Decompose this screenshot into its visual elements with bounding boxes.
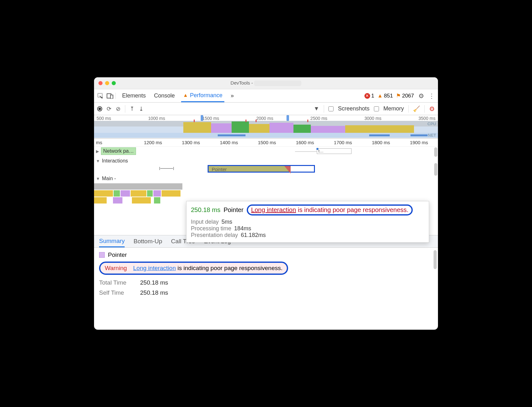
cpu-overview-band [94,121,438,133]
memory-checkbox[interactable] [374,106,379,111]
warning-label: Warning [105,265,127,272]
tooltip-warning-highlight: Long interaction is indicating poor page… [247,204,413,215]
tooltip-duration: 250.18 ms [191,206,220,214]
reload-button[interactable]: ⟳ [107,105,111,112]
overview-ruler: 500 ms1000 ms1500 ms2000 ms2500 ms3000 m… [94,115,438,121]
event-color-swatch [99,252,105,258]
upload-icon[interactable]: ⤒ [130,105,134,112]
summary-event-name: Pointer [108,251,127,258]
long-interaction-link[interactable]: Long interaction [133,265,176,271]
memory-label: Memory [383,105,404,112]
error-count[interactable]: ✕1 [364,93,374,99]
settings-gear-icon[interactable]: ⚙ [418,92,424,100]
issue-counts[interactable]: ✕1 ▲851 ⚑2067 [364,92,414,99]
devtools-window: DevTools - Elements Console ▲Performance… [94,77,438,330]
capture-settings-gear-icon[interactable]: ⚙ [429,105,435,113]
cpu-label: CPU [428,121,436,126]
total-time-value: 250.18 ms [140,279,433,286]
warning-text: is indicating poor page responsiveness. [178,265,283,271]
history-dropdown[interactable]: ▼ [314,105,319,112]
self-time-value: 250.18 ms [140,289,433,296]
issues-count[interactable]: ⚑2067 [396,92,414,99]
net-overview-band [94,133,438,138]
warning-count[interactable]: ▲851 [377,93,393,99]
interaction-tooltip: 250.18 ms Pointer Long interaction is in… [186,201,429,243]
main-track-label: Main - [102,176,116,181]
more-menu-icon[interactable]: ⋮ [429,92,435,100]
caret-down-icon: ▼ [96,176,100,181]
record-button[interactable] [97,106,102,111]
panel-tabstrip: Elements Console ▲Performance » ✕1 ▲851 … [94,89,438,103]
overview-handle-right[interactable] [287,115,289,121]
tab-console[interactable]: Console [152,89,177,102]
summary-warning-row: Warning Long interaction is indicating p… [99,262,288,275]
warning-icon: ▲ [377,93,383,99]
screenshots-checkbox[interactable] [328,106,334,111]
download-icon[interactable]: ⤓ [139,105,144,112]
garbage-collect-icon[interactable]: 🧹 [413,105,420,112]
overview-handle-left[interactable] [201,115,203,121]
issues-icon: ⚑ [396,92,401,99]
screenshots-label: Screenshots [338,105,369,112]
pointer-bar-label: Pointer [212,167,227,172]
titlebar: DevTools - [94,77,438,89]
tab-elements[interactable]: Elements [120,89,148,102]
tooltip-event-name: Pointer [223,206,243,214]
network-track-label: Network pa… [101,147,136,155]
performance-toolbar: ⟳ ⊘ ⤒ ⤓ ▼ Screenshots Memory 🧹 ⚙ [94,103,438,115]
tab-performance[interactable]: ▲Performance [181,89,224,102]
clear-button[interactable]: ⊘ [116,105,121,112]
error-icon: ✕ [364,93,370,99]
svg-rect-2 [110,95,113,99]
caret-right-icon: ▶ [96,149,99,154]
redacted-url [254,80,301,86]
tab-summary[interactable]: Summary [99,235,125,247]
interactions-track-header[interactable]: ▼ Interactions [94,157,438,164]
tab-bottom-up[interactable]: Bottom-Up [133,235,162,247]
window-title: DevTools - [94,80,438,86]
device-toggle-icon[interactable] [107,93,114,99]
interactions-lane: Pointer [94,165,438,173]
network-request-chip[interactable]: t… [317,148,352,154]
tooltip-warning-text: is indicating poor page responsiveness. [298,206,408,214]
interactions-track-label: Interactions [102,158,128,164]
main-track-header[interactable]: ▼ Main - [94,175,438,182]
summary-scrollbar[interactable] [434,250,437,269]
timeline-overview[interactable]: 500 ms1000 ms1500 ms2000 ms2500 ms3000 m… [94,115,438,139]
summary-panel: Pointer Warning Long interaction is indi… [94,248,438,300]
pointer-interaction-bar[interactable]: Pointer [208,165,315,173]
inspect-icon[interactable] [97,93,103,99]
total-time-label: Total Time [99,279,140,286]
net-label: NET [428,133,436,138]
flame-ruler: ms 1200 ms1300 ms1400 ms1500 ms1600 ms17… [94,139,438,147]
caret-down-icon: ▼ [96,159,100,163]
self-time-label: Self Time [99,289,140,296]
network-track-header[interactable]: ▶ Network pa… t… [94,147,438,156]
long-interaction-link[interactable]: Long interaction [251,206,296,214]
warning-triangle-icon: ▲ [183,92,188,98]
tabs-overflow[interactable]: » [229,89,236,102]
